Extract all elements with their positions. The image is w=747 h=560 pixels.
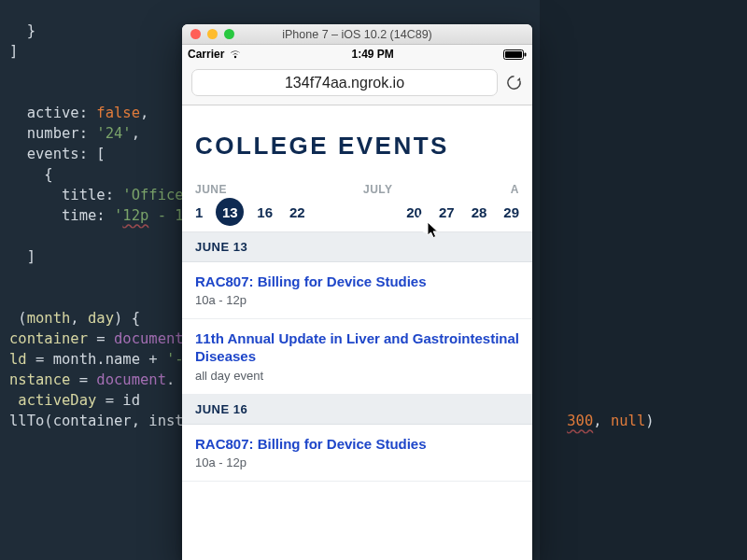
page-title: COLLEGE EVENTS: [182, 132, 532, 161]
month-label: JULY: [363, 183, 393, 196]
day-chip[interactable]: 22: [289, 204, 305, 220]
day-chip[interactable]: 20: [406, 204, 422, 220]
url-text: 134f74aa.ngrok.io: [285, 75, 404, 91]
code-key: title: [9, 187, 106, 203]
day-chip[interactable]: 27: [439, 204, 455, 220]
day-chip-selected[interactable]: 13: [216, 198, 244, 226]
section-header: JUNE 16: [182, 395, 532, 425]
day-chip[interactable]: 16: [257, 204, 273, 220]
reload-icon[interactable]: [505, 74, 523, 91]
code-line: {: [9, 166, 53, 183]
section-header: JUNE 13: [182, 232, 532, 262]
traffic-lights: [182, 29, 234, 39]
window-titlebar[interactable]: iPhone 7 – iOS 10.2 (14C89): [182, 24, 532, 45]
code-bool: false: [96, 105, 140, 121]
ios-simulator-window: iPhone 7 – iOS 10.2 (14C89) Carrier 1:49…: [182, 24, 532, 560]
code-string: '24': [96, 125, 131, 142]
minimize-button[interactable]: [207, 29, 218, 39]
event-title: 11th Annual Update in Liver and Gastroin…: [195, 329, 519, 365]
month-label: A: [511, 183, 519, 196]
safari-url-toolbar: 134f74aa.ngrok.io: [182, 63, 532, 105]
battery-icon: [503, 49, 527, 60]
event-item[interactable]: 11th Annual Update in Liver and Gastroin…: [182, 319, 532, 394]
event-item[interactable]: RAC807: Billing for Device Studies 10a -…: [182, 262, 532, 319]
event-item[interactable]: RAC807: Billing for Device Studies 10a -…: [182, 425, 532, 482]
code-string: 'Office: [122, 187, 183, 203]
month-label: JUNE: [195, 183, 307, 196]
event-title: RAC807: Billing for Device Studies: [195, 273, 519, 290]
svg-rect-1: [505, 51, 522, 58]
event-time: 10a - 12p: [195, 455, 519, 469]
code-key: events: [9, 146, 79, 162]
event-time: all day event: [195, 369, 519, 383]
code-key: time: [9, 207, 96, 224]
code-line: ]: [9, 248, 35, 265]
wifi-icon: [229, 49, 242, 59]
day-chip[interactable]: 1: [195, 204, 203, 220]
event-time: 10a - 12p: [195, 293, 519, 307]
window-title: iPhone 7 – iOS 10.2 (14C89): [182, 28, 532, 41]
code-key: active: [9, 105, 79, 121]
carrier-label: Carrier: [188, 48, 224, 61]
webapp-content: COLLEGE EVENTS JUNE JULY A 1 13 16 22 20…: [182, 105, 532, 560]
date-picker-strip[interactable]: 1 13 16 22 20 27 28 29: [182, 196, 532, 232]
code-line: ]: [9, 43, 18, 60]
event-title: RAC807: Billing for Device Studies: [195, 435, 519, 453]
ios-status-bar: Carrier 1:49 PM: [182, 45, 532, 63]
day-chip[interactable]: 29: [503, 204, 519, 220]
code-line: }: [9, 22, 35, 39]
close-button[interactable]: [190, 29, 201, 39]
url-field[interactable]: 134f74aa.ngrok.io: [191, 69, 498, 96]
day-chip[interactable]: 28: [472, 204, 487, 220]
code-key: number: [9, 125, 79, 142]
status-clock: 1:49 PM: [352, 48, 394, 61]
zoom-button[interactable]: [224, 29, 234, 39]
svg-rect-2: [525, 52, 527, 56]
months-row: JUNE JULY A: [182, 161, 532, 196]
